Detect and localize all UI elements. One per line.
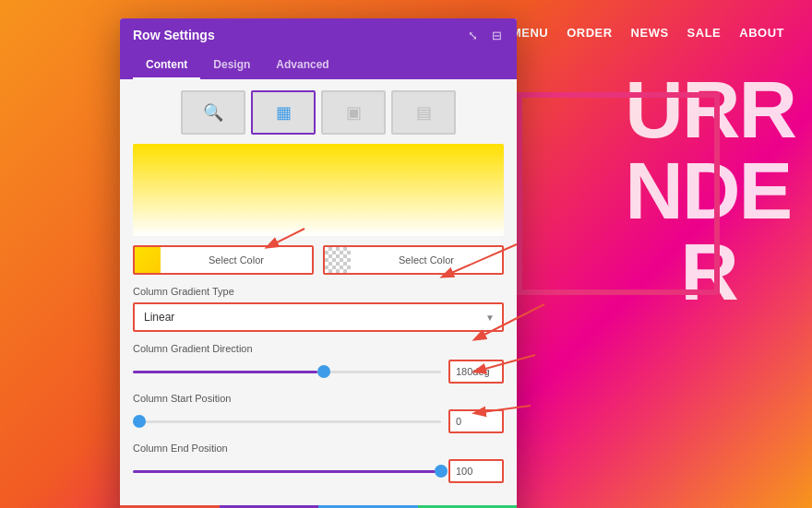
color-swatch-checker: [325, 247, 351, 273]
modal-body: 🔍 ▦ ▣ ▤ Select Color Select Color: [120, 79, 517, 505]
modal-title: Row Settings: [133, 28, 215, 42]
gradient-direction-fill: [133, 371, 317, 373]
thumbnail-icon-4: ▤: [416, 102, 432, 123]
resize-icon[interactable]: ⤡: [465, 28, 480, 42]
start-position-input[interactable]: [448, 409, 504, 433]
end-position-label: Column End Position: [133, 443, 504, 454]
gradient-type-select-wrapper: Linear Radial ▼: [133, 302, 504, 332]
color-label-2: Select Color: [351, 251, 502, 269]
nav-news[interactable]: NEWS: [631, 26, 669, 40]
start-position-track[interactable]: [133, 420, 441, 423]
background-box: [517, 92, 720, 295]
thumbnail-icon-2: ▦: [276, 102, 292, 123]
gradient-type-select[interactable]: Linear Radial: [135, 304, 502, 330]
color-swatch-yellow: [135, 247, 161, 273]
thumbnail-2[interactable]: ▦: [251, 90, 316, 135]
color-label-1: Select Color: [161, 251, 312, 269]
end-position-input[interactable]: [448, 459, 504, 483]
color-select-row: Select Color Select Color: [133, 245, 504, 275]
gradient-direction-label: Column Gradient Direction: [133, 343, 504, 354]
end-position-fill: [133, 470, 441, 473]
tab-advanced[interactable]: Advanced: [263, 52, 341, 79]
split-icon[interactable]: ⊟: [489, 28, 504, 42]
end-position-row: [133, 459, 504, 483]
modal-header: Row Settings ⤡ ⊟: [120, 18, 517, 52]
start-position-row: [133, 409, 504, 433]
thumbnail-row: 🔍 ▦ ▣ ▤: [133, 90, 504, 135]
nav-about[interactable]: ABOUT: [739, 26, 784, 40]
tab-design[interactable]: Design: [200, 52, 263, 79]
nav-order[interactable]: ORDER: [567, 26, 612, 40]
color-button-1[interactable]: Select Color: [133, 245, 314, 275]
gradient-preview: [133, 144, 504, 236]
modal-tabs: Content Design Advanced: [120, 52, 517, 79]
gradient-direction-input[interactable]: [448, 360, 504, 384]
gradient-direction-section: Column Gradient Direction: [133, 343, 504, 384]
header-icons: ⤡ ⊟: [465, 28, 504, 42]
nav-bar: MENU ORDER NEWS SALE ABOUT: [511, 26, 784, 40]
row-settings-modal: Row Settings ⤡ ⊟ Content Design Advanced…: [120, 18, 517, 508]
gradient-type-label: Column Gradient Type: [133, 286, 504, 297]
gradient-direction-track[interactable]: [133, 371, 441, 373]
nav-sale[interactable]: SALE: [687, 26, 722, 40]
thumbnail-4[interactable]: ▤: [391, 90, 456, 135]
color-button-2[interactable]: Select Color: [323, 245, 504, 275]
gradient-direction-row: [133, 360, 504, 384]
end-position-track[interactable]: [133, 470, 441, 473]
thumbnail-icon-3: ▣: [346, 102, 362, 123]
thumbnail-3[interactable]: ▣: [321, 90, 386, 135]
start-position-thumb[interactable]: [133, 415, 146, 428]
thumbnail-1[interactable]: 🔍: [181, 90, 245, 135]
end-position-thumb[interactable]: [435, 465, 448, 478]
start-position-label: Column Start Position: [133, 393, 504, 404]
end-position-section: Column End Position: [133, 443, 504, 483]
start-position-section: Column Start Position: [133, 393, 504, 433]
thumbnail-icon-1: 🔍: [203, 102, 223, 123]
gradient-direction-thumb[interactable]: [317, 365, 330, 378]
tab-content[interactable]: Content: [133, 52, 200, 79]
